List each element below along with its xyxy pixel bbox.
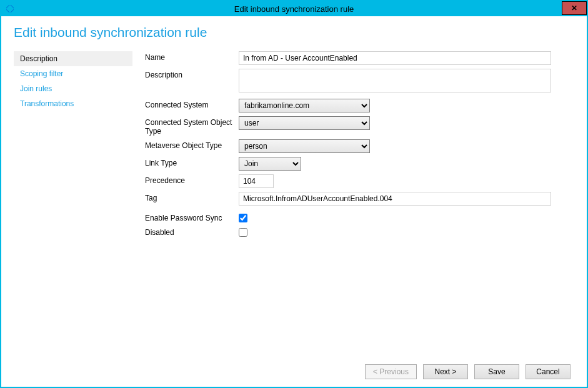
window-title: Edit inbound synchronization rule — [234, 4, 354, 14]
sidebar-item-join-rules[interactable]: Join rules — [14, 81, 132, 96]
app-icon — [5, 4, 15, 14]
mv-object-type-select[interactable]: person — [239, 139, 370, 153]
next-button[interactable]: Next > — [423, 364, 468, 379]
link-type-select[interactable]: Join — [239, 157, 301, 171]
mv-object-type-label: Metaverse Object Type — [145, 139, 239, 150]
save-button[interactable]: Save — [474, 364, 519, 379]
precedence-label: Precedence — [145, 174, 239, 185]
precedence-input[interactable] — [239, 174, 274, 188]
sidebar: Description Scoping filter Join rules Tr… — [14, 51, 132, 241]
svg-rect-0 — [6, 5, 14, 12]
sidebar-item-description[interactable]: Description — [14, 51, 132, 66]
name-label: Name — [145, 51, 239, 62]
enable-password-sync-checkbox[interactable] — [239, 214, 247, 222]
page-title: Edit inbound synchronization rule — [14, 25, 574, 40]
cs-object-type-select[interactable]: user — [239, 116, 370, 130]
close-button[interactable]: ✕ — [562, 1, 587, 15]
tag-input[interactable] — [239, 192, 551, 206]
title-bar: Edit inbound synchronization rule ✕ — [1, 1, 587, 16]
name-input[interactable] — [239, 51, 551, 65]
cs-object-type-label: Connected System Object Type — [145, 116, 239, 136]
sidebar-item-transformations[interactable]: Transformations — [14, 96, 132, 111]
sidebar-item-scoping-filter[interactable]: Scoping filter — [14, 66, 132, 81]
content-area: Edit inbound synchronization rule Descri… — [1, 16, 587, 357]
tag-label: Tag — [145, 192, 239, 202]
cancel-button[interactable]: Cancel — [526, 364, 571, 379]
connected-system-select[interactable]: fabrikamonline.com — [239, 99, 370, 112]
link-type-label: Link Type — [145, 157, 239, 167]
disabled-label: Disabled — [145, 226, 239, 237]
footer: < Previous Next > Save Cancel — [2, 357, 586, 387]
enable-password-sync-label: Enable Password Sync — [145, 212, 239, 222]
sidebar-item-label: Description — [20, 54, 57, 63]
sidebar-item-label: Scoping filter — [20, 69, 63, 78]
close-icon: ✕ — [571, 4, 577, 12]
description-label: Description — [145, 69, 239, 79]
sidebar-item-label: Transformations — [20, 99, 74, 108]
main-layout: Description Scoping filter Join rules Tr… — [14, 51, 574, 241]
disabled-checkbox[interactable] — [239, 228, 247, 237]
connected-system-label: Connected System — [145, 99, 239, 109]
previous-button[interactable]: < Previous — [365, 364, 417, 379]
form-area: Name Description Connected Systemfabrika… — [145, 51, 574, 241]
description-input[interactable] — [239, 69, 551, 92]
sidebar-item-label: Join rules — [20, 84, 52, 93]
